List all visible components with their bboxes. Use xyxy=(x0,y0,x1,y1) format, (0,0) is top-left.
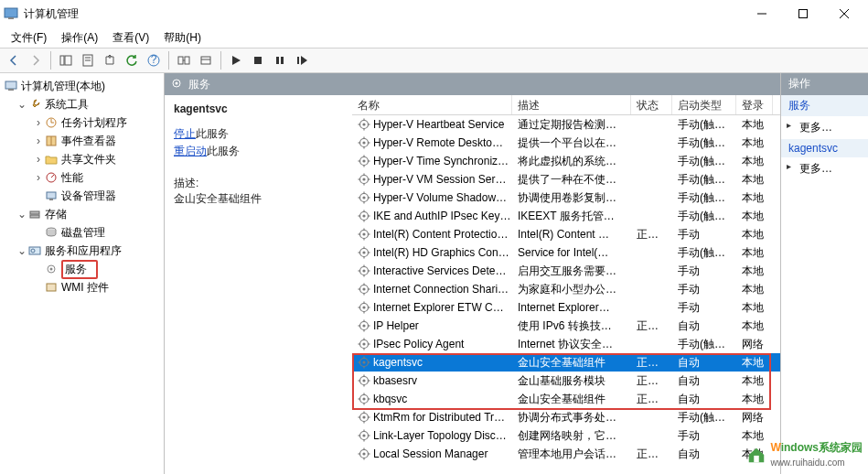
cell-status: 正在… xyxy=(631,355,672,371)
tree-system-tools[interactable]: ⌄ 系统工具 xyxy=(0,95,164,113)
svg-rect-13 xyxy=(178,57,183,64)
start-service-button[interactable] xyxy=(226,50,246,70)
service-row[interactable]: Hyper-V Remote Deskto…提供一个平台以在…手动(触发…本地 xyxy=(352,134,780,152)
restart-link[interactable]: 重启动 xyxy=(174,145,207,157)
close-button[interactable] xyxy=(823,0,864,27)
cell-start: 手动(触发… xyxy=(672,172,736,188)
tree-root[interactable]: 计算机管理(本地) xyxy=(0,77,164,95)
stop-service-button[interactable] xyxy=(248,50,268,70)
service-row[interactable]: IPsec Policy AgentInternet 协议安全…手动(触发…网络 xyxy=(352,335,780,353)
show-hide-tree-button[interactable] xyxy=(56,50,76,70)
svg-rect-7 xyxy=(65,56,71,65)
list-rows[interactable]: Hyper-V Heartbeat Service通过定期报告检测…手动(触发…… xyxy=(352,115,780,474)
center-header-title: 服务 xyxy=(188,77,210,92)
export-button[interactable] xyxy=(100,50,120,70)
collapse-icon[interactable]: ⌄ xyxy=(16,98,27,111)
properties-button[interactable] xyxy=(78,50,98,70)
service-row[interactable]: IKE and AuthIP IPsec Key…IKEEXT 服务托管…手动(… xyxy=(352,207,780,225)
service-row[interactable]: Internet Connection Shari…为家庭和小型办公…手动本地 xyxy=(352,280,780,298)
cell-start: 手动(触发… xyxy=(672,117,736,133)
expand-icon[interactable]: › xyxy=(33,171,44,184)
tree-wmi[interactable]: WMI 控件 xyxy=(0,278,164,296)
menu-action[interactable]: 操作(A) xyxy=(54,28,105,48)
service-row[interactable]: Intel(R) HD Graphics Con…Service for Int… xyxy=(352,243,780,262)
cell-name: Internet Connection Shari… xyxy=(373,283,509,296)
col-status[interactable]: 状态 xyxy=(631,95,672,114)
service-row[interactable]: kbasesrv金山基础服务模块正在…自动本地 xyxy=(352,372,780,390)
expand-icon[interactable]: › xyxy=(33,153,44,166)
back-button[interactable] xyxy=(4,50,24,70)
svg-point-64 xyxy=(362,178,365,180)
tree-performance[interactable]: › 性能 xyxy=(0,168,164,187)
stop-link[interactable]: 停止 xyxy=(174,127,196,140)
expand-icon[interactable]: › xyxy=(33,135,44,147)
tree-device-manager[interactable]: 设备管理器 xyxy=(0,187,164,205)
col-start[interactable]: 启动类型 xyxy=(672,95,736,114)
restart-service-button[interactable] xyxy=(292,50,312,70)
svg-rect-36 xyxy=(30,215,39,218)
actions-more-1[interactable]: 更多… xyxy=(781,116,868,139)
cell-logon: 本地 xyxy=(736,190,773,206)
cell-start: 手动 xyxy=(672,227,736,242)
refresh-button[interactable] xyxy=(122,50,142,70)
cell-logon: 本地 xyxy=(736,209,773,224)
svg-rect-3 xyxy=(798,10,807,18)
service-row[interactable]: IP Helper使用 IPv6 转换技…正在…自动本地 xyxy=(352,317,780,335)
tree-task-scheduler[interactable]: › 任务计划程序 xyxy=(0,113,164,132)
col-desc[interactable]: 描述 xyxy=(512,95,631,114)
service-row[interactable]: Local Session Manager管理本地用户会话…正在…自动本地 xyxy=(352,445,780,463)
expand-icon[interactable]: › xyxy=(33,116,44,129)
col-name[interactable]: 名称 xyxy=(352,95,512,114)
service-row[interactable]: Interactive Services Dete…启用交互服务需要…手动本地 xyxy=(352,262,780,280)
tree-services-apps[interactable]: ⌄ 服务和应用程序 xyxy=(0,242,164,260)
col-logon[interactable]: 登录 xyxy=(736,95,773,114)
menu-file[interactable]: 文件(F) xyxy=(4,28,54,48)
tree-storage[interactable]: ⌄ 存储 xyxy=(0,205,164,223)
tree-shared-folders[interactable]: › 共享文件夹 xyxy=(0,150,164,168)
clock-icon xyxy=(44,115,59,130)
cell-desc: 将此虚拟机的系统… xyxy=(512,154,631,169)
menu-view[interactable]: 查看(V) xyxy=(105,28,156,48)
actions-section-selected[interactable]: kagentsvc xyxy=(781,139,868,157)
svg-rect-14 xyxy=(185,57,189,64)
service-row[interactable]: Hyper-V VM Session Ser…提供了一种在不使…手动(触发…本地 xyxy=(352,170,780,189)
svg-point-94 xyxy=(362,269,365,272)
collapse-icon[interactable]: ⌄ xyxy=(16,244,27,257)
menu-help[interactable]: 帮助(H) xyxy=(156,28,209,48)
connect-button[interactable] xyxy=(174,50,194,70)
svg-point-124 xyxy=(362,361,365,363)
help-button[interactable]: ? xyxy=(144,50,164,70)
service-row[interactable]: Intel(R) Content Protectio…Intel(R) Cont… xyxy=(352,225,780,243)
cell-name: Hyper-V Remote Deskto… xyxy=(373,136,503,149)
collapse-icon[interactable]: ⌄ xyxy=(16,208,27,221)
tree-services[interactable]: 服务 xyxy=(0,260,164,278)
service-row[interactable]: kbqsvc金山安全基础组件正在…自动本地 xyxy=(352,390,780,408)
detail-column: kagentsvc 停止此服务 重启动此服务 描述: 金山安全基础组件 xyxy=(165,95,352,474)
tree-event-viewer[interactable]: › 事件查看器 xyxy=(0,132,164,150)
forward-button[interactable] xyxy=(26,50,46,70)
service-row[interactable]: Link-Layer Topology Disc…创建网络映射，它…手动本地 xyxy=(352,426,780,445)
svg-rect-34 xyxy=(49,199,53,200)
services-apps-icon xyxy=(27,243,42,258)
gear-icon xyxy=(44,262,59,276)
service-row[interactable]: Hyper-V Heartbeat Service通过定期报告检测…手动(触发…… xyxy=(352,115,780,134)
cell-desc: 提供一个平台以在… xyxy=(512,135,631,151)
cell-desc: 启用交互服务需要… xyxy=(512,264,631,279)
svg-rect-25 xyxy=(8,89,14,91)
tree-disk-mgmt[interactable]: 磁盘管理 xyxy=(0,223,164,242)
service-row[interactable]: Internet Explorer ETW C…Internet Explore… xyxy=(352,298,780,317)
filter-button[interactable] xyxy=(196,50,216,70)
cell-name: Interactive Services Dete… xyxy=(373,264,506,277)
service-row[interactable]: Hyper-V Volume Shadow…协调使用卷影复制…手动(触发…本地 xyxy=(352,189,780,207)
disk-icon xyxy=(44,225,59,240)
actions-more-2[interactable]: 更多… xyxy=(781,157,868,180)
service-row[interactable]: kagentsvc金山安全基础组件正在…自动本地 xyxy=(352,353,780,372)
svg-point-70 xyxy=(362,196,365,199)
actions-section-services[interactable]: 服务 xyxy=(781,95,868,116)
service-row[interactable]: KtmRm for Distributed Tr…协调分布式事务处…手动(触发…… xyxy=(352,408,780,426)
maximize-button[interactable] xyxy=(782,0,823,27)
pause-service-button[interactable] xyxy=(270,50,290,70)
minimize-button[interactable] xyxy=(741,0,782,27)
wmi-icon xyxy=(44,280,59,295)
service-row[interactable]: Hyper-V Time Synchroniz…将此虚拟机的系统…手动(触发…本… xyxy=(352,152,780,170)
